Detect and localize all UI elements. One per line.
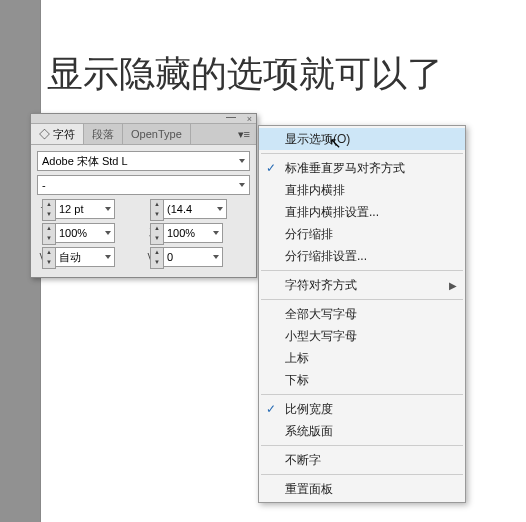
tab-paragraph[interactable]: 段落	[84, 124, 123, 144]
menu-tatechuyoko-settings[interactable]: 直排内横排设置...	[259, 201, 465, 223]
menu-no-break[interactable]: 不断字	[259, 449, 465, 471]
menu-system-layout[interactable]: 系统版面	[259, 420, 465, 442]
menu-char-align[interactable]: 字符对齐方式▶	[259, 274, 465, 296]
menu-superscript[interactable]: 上标	[259, 347, 465, 369]
menu-reset-panel[interactable]: 重置面板	[259, 478, 465, 500]
document-text[interactable]: 显示隐藏的选项就可以了	[47, 50, 443, 99]
leading-value: (14.4	[167, 203, 192, 215]
flyout-menu: 显示选项(O) ✓标准垂直罗马对齐方式 直排内横排 直排内横排设置... 分行缩…	[258, 125, 466, 503]
character-panel: × ◇ 字符 段落 OpenType ▾≡ Adobe 宋体 Std L - т…	[30, 113, 257, 278]
font-size-input[interactable]: ▲▼12 pt	[55, 199, 115, 219]
hscale-input[interactable]: ▲▼100%	[163, 223, 223, 243]
menu-separator	[261, 394, 463, 395]
font-family-value: Adobe 宋体 Std L	[42, 154, 128, 169]
menu-warichu[interactable]: 分行缩排	[259, 223, 465, 245]
tab-character[interactable]: ◇ 字符	[31, 124, 84, 144]
vscale-input[interactable]: ▲▼100%	[55, 223, 115, 243]
panel-tabs: ◇ 字符 段落 OpenType ▾≡	[31, 124, 256, 145]
check-icon: ✓	[266, 402, 276, 416]
submenu-arrow-icon: ▶	[449, 280, 457, 291]
panel-titlebar[interactable]: ×	[31, 114, 256, 124]
menu-tatechuyoko[interactable]: 直排内横排	[259, 179, 465, 201]
close-icon[interactable]: ×	[247, 114, 252, 124]
hscale-value: 100%	[167, 227, 195, 239]
minimize-icon[interactable]	[226, 117, 236, 118]
menu-separator	[261, 474, 463, 475]
font-style-value: -	[42, 179, 46, 191]
tracking-input[interactable]: ▲▼0	[163, 247, 223, 267]
menu-show-options[interactable]: 显示选项(O)	[259, 128, 465, 150]
menu-proportional[interactable]: ✓比例宽度	[259, 398, 465, 420]
menu-separator	[261, 299, 463, 300]
font-family-select[interactable]: Adobe 宋体 Std L	[37, 151, 250, 171]
menu-all-caps[interactable]: 全部大写字母	[259, 303, 465, 325]
menu-small-caps[interactable]: 小型大写字母	[259, 325, 465, 347]
vscale-value: 100%	[59, 227, 87, 239]
kerning-value: 自动	[59, 250, 81, 265]
menu-separator	[261, 153, 463, 154]
menu-subscript[interactable]: 下标	[259, 369, 465, 391]
leading-input[interactable]: ▲▼(14.4	[163, 199, 227, 219]
tab-opentype[interactable]: OpenType	[123, 124, 191, 144]
kerning-input[interactable]: ▲▼自动	[55, 247, 115, 267]
font-size-value: 12 pt	[59, 203, 83, 215]
menu-separator	[261, 445, 463, 446]
menu-vertical-roman[interactable]: ✓标准垂直罗马对齐方式	[259, 157, 465, 179]
menu-warichu-settings[interactable]: 分行缩排设置...	[259, 245, 465, 267]
font-style-select[interactable]: -	[37, 175, 250, 195]
tracking-value: 0	[167, 251, 173, 263]
check-icon: ✓	[266, 161, 276, 175]
menu-separator	[261, 270, 463, 271]
panel-menu-icon[interactable]: ▾≡	[232, 128, 256, 141]
